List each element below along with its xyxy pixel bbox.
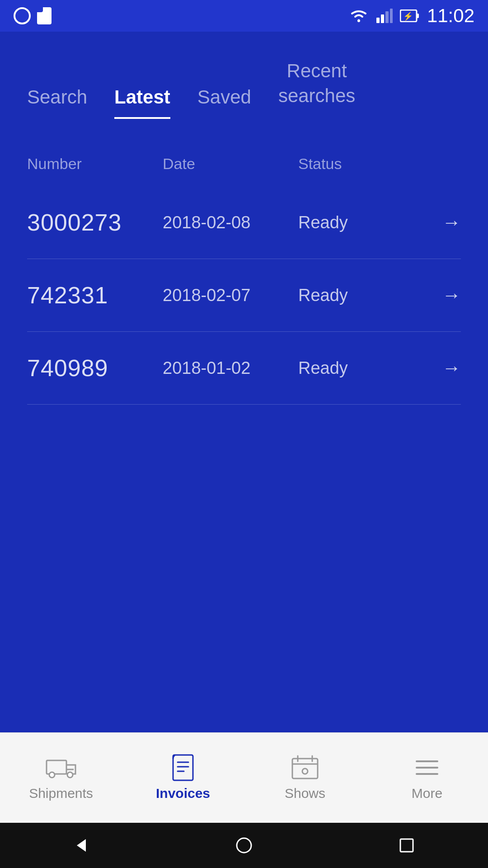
column-header-number: Number [27,155,163,173]
table-header: Number Date Status [27,146,461,186]
system-nav [0,823,488,868]
nav-item-shipments[interactable]: Shipments [0,755,122,801]
battery-icon: ⚡ [400,9,420,22]
sd-card-icon [37,7,52,24]
arrow-icon-0: → [442,212,461,233]
bottom-nav: Shipments Invoices Shows [0,732,488,823]
cell-status-2: Ready [298,359,442,378]
cell-date-0: 2018-02-08 [163,213,298,232]
cell-date-1: 2018-02-07 [163,286,298,305]
nav-label-more: More [412,786,442,801]
svg-point-0 [357,19,360,22]
column-header-date: Date [163,155,298,173]
nav-item-more[interactable]: More [366,755,488,801]
svg-point-10 [67,772,73,778]
cell-number-2: 740989 [27,354,163,382]
back-button[interactable] [70,834,93,857]
svg-rect-3 [385,11,389,23]
arrow-icon-2: → [442,357,461,379]
tab-recent-searches[interactable]: Recentsearches [278,59,355,119]
svg-rect-11 [173,755,193,780]
nav-label-shipments: Shipments [29,786,93,801]
shows-icon [289,755,321,780]
main-content: Search Latest Saved Recentsearches Numbe… [0,32,488,732]
invoices-icon [167,755,199,780]
svg-rect-2 [381,14,384,23]
cell-status-1: Ready [298,286,442,305]
table-body: 3000273 2018-02-08 Ready → 742331 2018-0… [27,186,461,405]
more-icon [411,755,443,780]
cell-number-1: 742331 [27,282,163,309]
nav-label-shows: Shows [285,786,325,801]
cell-status-0: Ready [298,213,442,232]
svg-point-9 [49,772,55,778]
table-row[interactable]: 3000273 2018-02-08 Ready → [27,186,461,259]
status-time: 11:02 [427,5,474,27]
nav-item-invoices[interactable]: Invoices [122,755,244,801]
tab-search[interactable]: Search [27,86,87,119]
svg-point-24 [237,838,251,853]
cell-number-0: 3000273 [27,209,163,236]
svg-rect-4 [390,9,393,23]
notification-icon [14,7,31,24]
tab-latest[interactable]: Latest [114,86,170,119]
cell-date-2: 2018-01-02 [163,359,298,378]
home-button[interactable] [233,834,255,857]
status-bar-left [14,7,52,24]
svg-point-19 [302,769,308,774]
recents-button[interactable] [395,834,418,857]
tab-bar: Search Latest Saved Recentsearches [27,59,461,119]
column-header-status: Status [298,155,461,173]
table-row[interactable]: 742331 2018-02-07 Ready → [27,259,461,332]
status-bar: ⚡ 11:02 [0,0,488,32]
nav-label-invoices: Invoices [156,786,210,801]
tab-saved[interactable]: Saved [197,86,251,119]
wifi-icon [348,8,369,24]
shipments-icon [45,755,77,780]
nav-item-shows[interactable]: Shows [244,755,366,801]
svg-rect-25 [400,839,413,852]
svg-text:⚡: ⚡ [403,11,413,21]
arrow-icon-1: → [442,284,461,306]
table-row[interactable]: 740989 2018-01-02 Ready → [27,332,461,405]
status-bar-right: ⚡ 11:02 [348,5,474,27]
svg-rect-6 [417,14,419,18]
svg-rect-8 [47,760,66,774]
svg-marker-23 [77,839,86,852]
signal-icon [376,9,393,23]
svg-rect-1 [376,18,380,23]
